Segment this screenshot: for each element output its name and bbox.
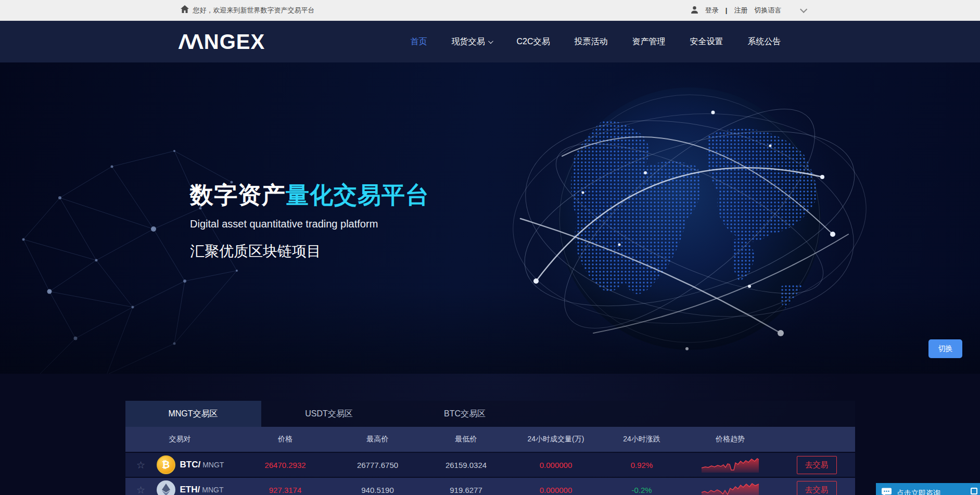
register-link[interactable]: 注册 (734, 6, 748, 15)
low-value: 26159.0324 (422, 461, 511, 469)
change-value: 0.92% (602, 461, 682, 469)
action-cell: 去交易 (779, 481, 855, 495)
chat-bubble-icon (881, 488, 892, 495)
nav-item-voting[interactable]: 投票活动 (575, 36, 608, 47)
hero-title-cyan: 量化交易平台 (286, 182, 429, 208)
welcome-text: 您好，欢迎来到新世界数字资产交易平台 (193, 6, 315, 15)
trend-cell (682, 457, 779, 473)
header-high: 最高价 (334, 435, 422, 444)
price-trend-sparkline (701, 482, 759, 495)
pair-name: ETH/MNGT (180, 485, 224, 495)
hero-content: 数字资产量化交易平台 Digital asset quantitative tr… (190, 180, 429, 261)
volume-value: 0.000000 (511, 461, 602, 469)
separator: | (726, 6, 728, 14)
banner-switch-button[interactable]: 切换 (928, 339, 962, 358)
hero-title-white: 数字资产 (190, 182, 286, 208)
topbar-account-group: 登录 | 注册 切换语言 (691, 6, 805, 15)
chat-widget[interactable]: 点击立即咨询 (876, 483, 980, 495)
header-low: 最低价 (422, 435, 511, 444)
price-trend-sparkline (701, 457, 759, 473)
btc-coin-icon: ₿ (157, 455, 175, 474)
chevron-down-icon (488, 39, 493, 44)
brand-logo[interactable]: ΛΛNGEX (175, 30, 265, 54)
pair-quote: MNGT (202, 486, 223, 494)
navbar: ΛΛNGEX 首页 现货交易 C2C交易 投票活动 资产管理 安全设置 系统公告 (0, 21, 980, 62)
favorite-star-icon[interactable]: ☆ (125, 485, 157, 495)
chat-window-icon[interactable] (971, 488, 977, 494)
topbar-welcome-group: 您好，欢迎来到新世界数字资产交易平台 (175, 5, 315, 15)
high-value: 26777.6750 (334, 461, 422, 469)
hero-title: 数字资产量化交易平台 (190, 180, 429, 211)
logo-mark: ΛΛ (179, 30, 201, 54)
low-value: 919.6277 (422, 486, 511, 494)
pair-cell: ETH/MNGT (157, 480, 237, 495)
nav-item-security[interactable]: 安全设置 (690, 36, 723, 47)
home-icon (181, 5, 189, 15)
header-volume: 24小时成交量(万) (511, 435, 602, 444)
pair-quote: MNGT (202, 461, 224, 469)
chevron-down-icon[interactable] (800, 5, 807, 12)
login-link[interactable]: 登录 (705, 6, 719, 15)
tab-btc-zone[interactable]: BTC交易区 (397, 401, 533, 427)
page: 您好，欢迎来到新世界数字资产交易平台 登录 | 注册 切换语言 ΛΛNGEX 首… (0, 0, 980, 495)
volume-value: 0.000000 (511, 486, 602, 494)
header-pair: 交易对 (157, 435, 237, 444)
pair-base: BTC/ (180, 460, 201, 469)
header-change: 24小时涨跌 (602, 435, 682, 444)
change-value: -0.2% (602, 486, 682, 494)
price-value: 26470.2932 (237, 461, 334, 469)
nav-item-announcements[interactable]: 系统公告 (748, 36, 781, 47)
trend-cell (682, 482, 779, 495)
header-trend: 价格趋势 (682, 435, 779, 444)
market-tabs: MNGT交易区 USDT交易区 BTC交易区 (125, 401, 855, 427)
hero-tagline: 汇聚优质区块链项目 (190, 242, 429, 261)
nav-menu: 首页 现货交易 C2C交易 投票活动 资产管理 安全设置 系统公告 (410, 36, 805, 47)
nav-item-assets[interactable]: 资产管理 (632, 36, 666, 47)
table-row-eth-mngt[interactable]: ☆ ETH/MNGT 927.3174 940.5190 919.6277 0.… (125, 478, 855, 495)
logo-text: NGEX (204, 30, 265, 54)
eth-coin-icon (157, 480, 175, 495)
table-header: 交易对 价格 最高价 最低价 24小时成交量(万) 24小时涨跌 价格趋势 (125, 427, 855, 452)
nav-item-c2c-trading[interactable]: C2C交易 (516, 36, 550, 47)
header-price: 价格 (237, 435, 334, 444)
go-trade-button[interactable]: 去交易 (797, 456, 837, 474)
user-icon (691, 6, 698, 15)
pair-cell: ₿ BTC/MNGT (157, 455, 237, 474)
high-value: 940.5190 (334, 486, 422, 494)
table-row-btc-mngt[interactable]: ☆ ₿ BTC/MNGT 26470.2932 26777.6750 26159… (125, 453, 855, 477)
globe-graphic (489, 62, 895, 374)
tab-mngt-zone[interactable]: MNGT交易区 (125, 401, 261, 427)
nav-item-home[interactable]: 首页 (410, 36, 427, 47)
market-box: MNGT交易区 USDT交易区 BTC交易区 交易对 价格 最高价 最低价 24… (125, 374, 855, 495)
chat-label: 点击立即咨询 (897, 489, 940, 495)
tab-usdt-zone[interactable]: USDT交易区 (261, 401, 397, 427)
topbar: 您好，欢迎来到新世界数字资产交易平台 登录 | 注册 切换语言 (0, 0, 980, 21)
nav-item-spot-trading[interactable]: 现货交易 (451, 36, 492, 47)
price-value: 927.3174 (237, 486, 334, 494)
market-section: MNGT交易区 USDT交易区 BTC交易区 交易对 价格 最高价 最低价 24… (0, 374, 980, 495)
language-switch-link[interactable]: 切换语言 (755, 6, 782, 15)
nav-item-label: 现货交易 (451, 36, 485, 47)
pair-name: BTC/MNGT (180, 460, 224, 470)
pair-base: ETH/ (180, 485, 200, 494)
action-cell: 去交易 (779, 456, 855, 474)
go-trade-button[interactable]: 去交易 (797, 481, 837, 495)
favorite-star-icon[interactable]: ☆ (125, 460, 157, 470)
hero-subtitle-en: Digital asset quantitative trading platf… (190, 218, 429, 230)
hero-banner: 数字资产量化交易平台 Digital asset quantitative tr… (0, 62, 980, 374)
